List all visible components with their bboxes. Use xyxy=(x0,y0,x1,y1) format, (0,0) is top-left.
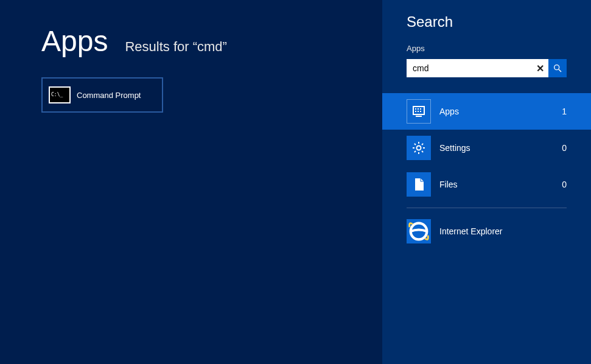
results-subtitle: Results for “cmd” xyxy=(125,39,226,55)
result-label: Command Prompt xyxy=(77,91,141,100)
search-input-row: ✕ xyxy=(407,59,567,77)
category-settings[interactable]: Settings 0 xyxy=(382,130,591,166)
close-icon: ✕ xyxy=(536,63,544,74)
result-tile-command-prompt[interactable]: C:\_ Command Prompt xyxy=(41,77,163,113)
svg-rect-7 xyxy=(418,111,419,112)
category-count: 0 xyxy=(562,180,567,189)
svg-line-17 xyxy=(414,151,416,152)
svg-line-1 xyxy=(559,69,561,72)
category-count: 0 xyxy=(562,143,567,153)
svg-rect-9 xyxy=(416,116,422,117)
subtitle-prefix: Results for “ xyxy=(125,39,197,54)
search-title: Search xyxy=(407,13,567,30)
svg-line-15 xyxy=(414,144,416,145)
cmd-icon-text: C:\_ xyxy=(50,93,63,97)
category-label: Apps xyxy=(439,107,553,116)
category-count: 1 xyxy=(562,107,567,116)
svg-rect-8 xyxy=(420,111,421,112)
search-header: Search Apps ✕ xyxy=(382,13,591,77)
category-files[interactable]: Files 0 xyxy=(382,166,591,203)
search-context-label: Apps xyxy=(407,44,567,53)
svg-line-16 xyxy=(422,151,423,152)
query-echo: cmd xyxy=(197,39,223,54)
svg-rect-4 xyxy=(418,108,419,110)
svg-point-0 xyxy=(554,65,559,70)
results-area: Apps Results for “cmd” C:\_ Command Prom… xyxy=(0,0,382,364)
page-title: Apps xyxy=(41,24,108,58)
svg-line-18 xyxy=(422,144,423,145)
svg-rect-3 xyxy=(415,108,416,110)
divider xyxy=(407,208,567,208)
search-categories: Apps 1 Settings 0 Files 0 xyxy=(382,93,591,250)
apps-icon xyxy=(407,99,431,124)
svg-rect-2 xyxy=(413,107,424,114)
svg-rect-6 xyxy=(415,111,416,112)
category-label: Settings xyxy=(439,143,553,153)
search-input[interactable] xyxy=(407,59,531,77)
search-icon xyxy=(553,63,562,73)
results-header: Apps Results for “cmd” xyxy=(41,24,382,58)
internet-explorer-icon xyxy=(407,219,431,243)
search-button[interactable] xyxy=(548,59,567,77)
file-icon xyxy=(407,172,431,197)
search-app-label: Internet Explorer xyxy=(439,226,503,236)
search-app-internet-explorer[interactable]: Internet Explorer xyxy=(382,213,591,250)
svg-point-10 xyxy=(417,146,421,150)
svg-rect-5 xyxy=(420,108,421,110)
search-panel: Search Apps ✕ Apps 1 xyxy=(382,0,591,364)
category-apps[interactable]: Apps 1 xyxy=(382,93,591,130)
subtitle-suffix: ” xyxy=(223,39,227,54)
clear-button[interactable]: ✕ xyxy=(531,59,548,77)
command-prompt-icon: C:\_ xyxy=(49,86,71,103)
category-label: Files xyxy=(439,180,553,189)
gear-icon xyxy=(407,136,431,160)
